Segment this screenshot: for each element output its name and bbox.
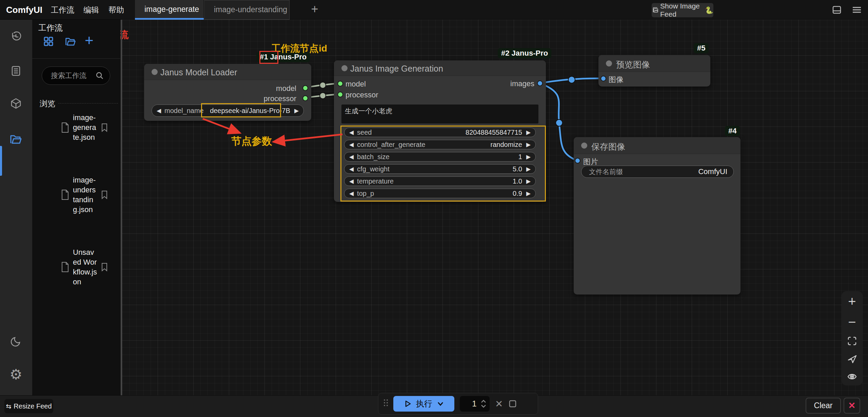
document-icon — [61, 122, 70, 133]
node-title: Janus Image Generation — [350, 64, 443, 74]
workflows-panel: 工作流 + 浏览 image-generate.json — [32, 20, 120, 395]
workflow-file-row[interactable]: Unsaved Workflow.json — [61, 247, 112, 287]
menu-edit[interactable]: 编辑 — [83, 0, 99, 20]
node-library-icon[interactable] — [10, 65, 22, 77]
toggle-link-visibility-eye-icon[interactable] — [847, 371, 857, 382]
sidebar-rail: ⚙ — [0, 20, 32, 395]
prev-value-arrow[interactable]: ◀ — [157, 107, 161, 114]
output-dot-model[interactable] — [302, 85, 308, 91]
batch-count-value: 1 — [468, 399, 481, 409]
widget-label: 文件名前缀 — [589, 167, 623, 176]
bookmark-icon[interactable] — [101, 123, 108, 132]
node-preview-image[interactable]: 预览图像 图像 — [598, 55, 710, 87]
new-workflow-icon[interactable]: + — [85, 32, 94, 49]
input-dot-image[interactable] — [600, 76, 606, 81]
history-icon[interactable] — [10, 31, 22, 43]
active-tab-underline — [135, 18, 204, 20]
clear-label: Clear — [814, 401, 833, 410]
open-local-workflow-icon[interactable] — [64, 36, 77, 48]
node-title: 保存图像 — [591, 141, 625, 152]
widget-label: model_name — [164, 107, 204, 115]
show-image-feed-button[interactable]: Show Image Feed 🐍 — [652, 3, 713, 17]
input-label-image: 图像 — [609, 75, 624, 85]
resize-feed-label: Resize Feed — [14, 402, 52, 410]
run-label: 执行 — [416, 398, 432, 409]
collapse-dot[interactable] — [581, 143, 587, 149]
workflow-file-name: image-generate.json — [73, 113, 97, 142]
bookmark-icon[interactable] — [101, 262, 108, 272]
tab-image-understanding[interactable]: image-understanding — [204, 0, 290, 20]
show-image-feed-label: Show Image Feed — [660, 2, 704, 18]
image-feed-icon — [652, 5, 659, 15]
stop-icon[interactable] — [508, 399, 517, 408]
resize-icon: ⇆ — [6, 402, 11, 410]
bottom-panel-toggle-icon[interactable] — [831, 4, 842, 15]
app-logo: ComfyUI — [6, 0, 42, 20]
top-menubar: ComfyUI 工作流 编辑 帮助 image-generate image-u… — [0, 0, 868, 20]
workflow-templates-icon[interactable] — [43, 36, 54, 47]
node-badge: #2 Janus-Pro — [498, 48, 551, 58]
workflow-file-name: image-understanding.json — [73, 175, 97, 214]
close-feed-button[interactable]: ✕ — [844, 398, 860, 414]
annotation-box-node-id — [259, 51, 278, 64]
chevron-down-icon[interactable] — [481, 405, 486, 408]
new-tab-button[interactable]: + — [307, 0, 322, 20]
bookmark-icon[interactable] — [101, 190, 108, 200]
queue-toolbar: 执行 1 ✕ — [378, 393, 538, 415]
chevron-down-icon[interactable] — [436, 400, 445, 408]
tab-image-generate[interactable]: image-generate — [135, 0, 204, 20]
run-button[interactable]: 执行 — [393, 396, 454, 412]
zoom-in-button[interactable]: + — [848, 295, 856, 308]
hamburger-menu-icon[interactable] — [851, 4, 863, 15]
node-titlebar[interactable]: Janus Model Loader — [144, 64, 311, 80]
close-icon: ✕ — [848, 400, 856, 411]
input-dot-image[interactable] — [575, 158, 580, 164]
widget-filename-prefix[interactable]: 文件名前缀 ComfyUI — [581, 166, 734, 178]
active-item-indicator — [0, 146, 2, 176]
batch-count-stepper[interactable]: 1 — [460, 396, 490, 412]
next-value-arrow[interactable]: ▶ — [294, 107, 299, 114]
workflow-file-row[interactable]: image-understanding.json — [61, 175, 112, 214]
zoom-out-button[interactable]: − — [848, 315, 856, 329]
node-badge: #5 — [694, 43, 709, 53]
canvas-controls: + − — [842, 291, 863, 385]
resize-feed-button[interactable]: ⇆ Resize Feed — [4, 399, 53, 413]
chevron-up-icon[interactable] — [481, 400, 486, 403]
panel-title: 工作流 — [38, 22, 63, 33]
annotation-node-params: 节点参数 — [231, 134, 272, 148]
node-titlebar[interactable]: 保存图像 — [574, 137, 741, 154]
workflow-file-name: Unsaved Workflow.json — [73, 247, 97, 287]
node-titlebar[interactable]: Janus Image Generation — [334, 60, 546, 76]
theme-toggle-moon-icon[interactable] — [10, 335, 22, 347]
tab-label: image-generate — [144, 5, 199, 14]
fit-view-button[interactable] — [847, 336, 857, 346]
annotation-workflow-node-id: 工作流节点id — [271, 42, 327, 55]
cancel-run-icon[interactable]: ✕ — [495, 398, 503, 410]
menu-help[interactable]: 帮助 — [108, 0, 124, 20]
input-dot-model[interactable] — [337, 81, 343, 87]
model-library-icon[interactable] — [10, 97, 22, 110]
collapse-dot[interactable] — [152, 69, 158, 75]
node-titlebar[interactable]: 预览图像 — [598, 55, 710, 72]
prompt-textarea[interactable]: 生成一个小老虎 — [341, 105, 538, 124]
stepper-arrows[interactable] — [481, 400, 486, 408]
search-icon — [96, 72, 104, 80]
select-mode-button[interactable] — [847, 353, 857, 364]
workflow-search-box[interactable] — [42, 67, 110, 85]
panel-scrollbar[interactable] — [121, 20, 122, 395]
drag-handle[interactable] — [384, 399, 388, 408]
output-dot-images[interactable] — [537, 80, 543, 86]
output-label-processor: processor — [263, 94, 296, 103]
workflow-file-row[interactable]: image-generate.json — [61, 113, 112, 142]
settings-gear-icon[interactable]: ⚙ — [9, 367, 22, 382]
collapse-dot[interactable] — [606, 60, 612, 67]
workflows-icon-active[interactable] — [9, 133, 23, 146]
input-dot-processor[interactable] — [337, 92, 343, 97]
menu-workflow[interactable]: 工作流 — [51, 0, 74, 20]
workflow-search-input[interactable] — [51, 72, 93, 80]
collapse-dot[interactable] — [341, 65, 348, 71]
widget-value: ComfyUI — [698, 167, 727, 176]
node-save-image[interactable]: 保存图像 图片 文件名前缀 ComfyUI — [574, 137, 741, 295]
output-dot-processor[interactable] — [302, 95, 308, 101]
clear-button[interactable]: Clear — [806, 398, 841, 414]
